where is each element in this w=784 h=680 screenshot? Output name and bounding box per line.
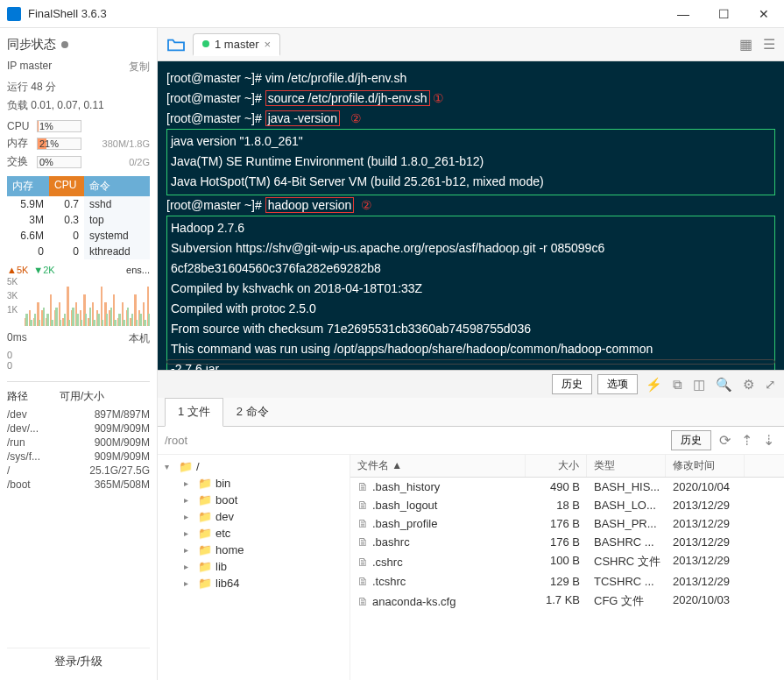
bolt-icon[interactable]: ⚡ — [643, 377, 665, 393]
tree-node[interactable]: ▸📁boot — [180, 492, 346, 508]
tab-files[interactable]: 1 文件 — [165, 398, 223, 427]
grid-view-icon[interactable]: ▦ — [736, 36, 756, 53]
folder-tree[interactable]: ▾ 📁 / ▸📁bin▸📁boot▸📁dev▸📁etc▸📁home▸📁lib▸📁… — [158, 455, 350, 680]
down-icon: ▼2K — [33, 265, 54, 275]
disk-row[interactable]: /dev897M/897M — [7, 407, 150, 421]
close-button[interactable]: ✕ — [744, 0, 784, 28]
current-path[interactable]: /root — [165, 434, 666, 447]
file-row[interactable]: 🗎 .bash_profile176 BBASH_PR...2013/12/29 — [350, 514, 784, 533]
chevron-right-icon[interactable]: ▸ — [184, 512, 194, 521]
close-tab-icon[interactable]: × — [265, 38, 272, 51]
process-row[interactable]: 3M0.3top — [7, 212, 150, 228]
disk-row[interactable]: /25.1G/27.5G — [7, 464, 150, 478]
gear-icon[interactable]: ⚙ — [740, 377, 757, 393]
download-icon[interactable]: ⇣ — [760, 432, 777, 449]
file-icon: 🗎 — [357, 535, 369, 549]
process-row[interactable]: 5.9M0.7sshd — [7, 196, 150, 212]
swap-meter: 交换 0% 0/2G — [7, 152, 150, 171]
refresh-icon[interactable]: ⟳ — [717, 432, 733, 449]
copy-link[interactable]: 复制 — [129, 60, 150, 74]
disk-row[interactable]: /boot365M/508M — [7, 478, 150, 492]
chevron-down-icon[interactable]: ▾ — [165, 462, 175, 471]
file-icon: 🗎 — [357, 517, 369, 530]
ip-row: IP master 复制 — [7, 56, 150, 78]
folder-icon: 📁 — [198, 543, 212, 556]
maximize-button[interactable]: ☐ — [703, 0, 744, 28]
connected-dot-icon — [202, 40, 209, 47]
file-row[interactable]: 🗎 .tcshrc129 BTCSHRC ...2013/12/29 — [350, 572, 784, 591]
tree-node[interactable]: ▸📁lib — [180, 558, 346, 575]
col-name[interactable]: 文件名 ▲ — [350, 455, 526, 477]
process-header: 内存 CPU 命令 — [7, 176, 150, 196]
app-icon — [7, 7, 21, 21]
search-icon[interactable]: 🔍 — [713, 377, 735, 393]
options-button[interactable]: 选项 — [597, 374, 638, 394]
tree-node[interactable]: ▸📁lib64 — [180, 575, 346, 591]
folder-icon: 📁 — [198, 560, 212, 573]
file-row[interactable]: 🗎 .bash_history490 BBASH_HIS...2020/10/0… — [350, 478, 784, 496]
process-row[interactable]: 6.6M0systemd — [7, 228, 150, 244]
chevron-right-icon[interactable]: ▸ — [184, 545, 194, 555]
tree-node[interactable]: ▸📁bin — [180, 475, 346, 492]
minimize-button[interactable]: — — [663, 0, 703, 28]
file-row[interactable]: 🗎 .cshrc100 BCSHRC 文件2013/12/29 — [350, 551, 784, 572]
col-date[interactable]: 修改时间 — [666, 455, 745, 477]
sidebar: 同步状态 IP master 复制 运行 48 分 负载 0.01, 0.07,… — [0, 28, 158, 680]
tree-node[interactable]: ▸📁home — [180, 542, 346, 558]
disk-row[interactable]: /dev/...909M/909M — [7, 421, 150, 436]
login-link[interactable]: 登录/升级 — [7, 648, 150, 675]
disk-row[interactable]: /sys/f...909M/909M — [7, 450, 150, 464]
menu-icon[interactable]: ☰ — [759, 36, 779, 53]
file-icon: 🗎 — [357, 480, 369, 493]
terminal[interactable]: [root@master ~]# vim /etc/profile.d/jh-e… — [158, 61, 784, 370]
sub-tabs: 1 文件 2 命令 — [158, 398, 784, 427]
cpu-meter: CPU 1% — [7, 118, 150, 134]
folder-icon: 📁 — [198, 577, 212, 590]
folder-icon: 📁 — [198, 527, 212, 540]
tree-node[interactable]: ▸📁dev — [180, 508, 346, 525]
up-icon: ▲5K — [7, 265, 28, 275]
path-history-button[interactable]: 历史 — [671, 430, 711, 450]
load-avg: 负载 0.01, 0.07, 0.11 — [7, 96, 150, 118]
hadoop-version-output: Hadoop 2.7.6 Subversion https://shv@git-… — [166, 216, 775, 370]
folder-icon: 📁 — [198, 477, 212, 490]
titlebar: FinalShell 3.6.3 — ☐ ✕ — [0, 0, 784, 28]
terminal-toolbar: 历史 选项 ⚡ ⧉ ◫ 🔍 ⚙ ⤢ — [158, 370, 784, 398]
file-icon: 🗎 — [357, 575, 369, 588]
window-title: FinalShell 3.6.3 — [28, 7, 663, 20]
terminal-scrollbar[interactable] — [166, 359, 775, 365]
col-size[interactable]: 大小 — [526, 455, 587, 477]
mem-meter: 内存 21% 380M/1.8G — [7, 134, 150, 152]
file-row[interactable]: 🗎 .bash_logout18 BBASH_LO...2013/12/29 — [350, 496, 784, 514]
file-list: 文件名 ▲ 大小 类型 修改时间 🗎 .bash_history490 BBAS… — [350, 455, 784, 680]
chevron-right-icon[interactable]: ▸ — [184, 562, 194, 571]
tab-master[interactable]: 1 master × — [193, 33, 280, 56]
tree-root[interactable]: ▾ 📁 / — [161, 458, 346, 475]
tab-bar: 1 master × ▦ ☰ — [158, 28, 784, 61]
layout-icon[interactable]: ◫ — [690, 377, 708, 393]
open-folder-icon[interactable] — [163, 33, 189, 56]
uptime: 运行 48 分 — [7, 78, 150, 96]
tab-commands[interactable]: 2 命令 — [223, 398, 282, 426]
path-bar: /root 历史 ⟳ ⇡ ⇣ — [158, 427, 784, 455]
disk-header: 路径 可用/大小 — [7, 386, 150, 407]
file-icon: 🗎 — [357, 556, 369, 569]
copy-icon[interactable]: ⧉ — [670, 377, 685, 393]
file-row[interactable]: 🗎 .bashrc176 BBASHRC ...2013/12/29 — [350, 533, 784, 551]
history-button[interactable]: 历史 — [552, 374, 592, 394]
folder-icon: 📁 — [179, 460, 193, 473]
file-icon: 🗎 — [357, 499, 369, 512]
chevron-right-icon[interactable]: ▸ — [184, 528, 194, 538]
disk-row[interactable]: /run900M/909M — [7, 436, 150, 450]
chevron-right-icon[interactable]: ▸ — [184, 495, 194, 505]
upload-icon[interactable]: ⇡ — [738, 432, 755, 449]
col-type[interactable]: 类型 — [587, 455, 666, 477]
expand-icon[interactable]: ⤢ — [762, 377, 779, 393]
file-row[interactable]: 🗎 anaconda-ks.cfg1.7 KBCFG 文件2020/10/03 — [350, 591, 784, 612]
process-row[interactable]: 00kthreadd — [7, 244, 150, 259]
status-dot-icon — [61, 41, 68, 48]
tree-node[interactable]: ▸📁etc — [180, 525, 346, 542]
chevron-right-icon[interactable]: ▸ — [184, 578, 194, 588]
chevron-right-icon[interactable]: ▸ — [184, 478, 194, 488]
java-version-output: java version "1.8.0_261" Java(TM) SE Run… — [166, 129, 775, 195]
